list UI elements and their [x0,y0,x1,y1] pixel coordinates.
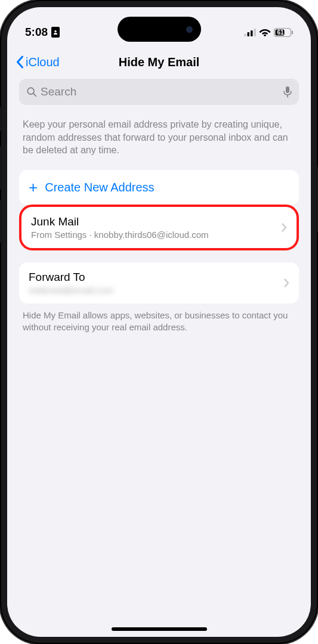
camera-dot [186,26,193,33]
chevron-right-icon [284,278,289,287]
time-text: 5:08 [25,26,48,39]
back-label: iCloud [26,55,60,69]
address-title: Junk Mail [31,215,282,228]
plus-icon: + [29,178,38,197]
chevron-right-icon [282,223,287,232]
forward-subtitle: redacted@email.com [29,285,284,295]
battery-icon: 61 [274,28,293,37]
svg-rect-2 [248,32,250,36]
svg-rect-4 [254,29,257,36]
microphone-icon[interactable] [283,86,292,98]
search-field[interactable] [19,79,299,105]
address-body: Junk Mail From Settings · knobby.thirds0… [31,215,282,240]
address-row[interactable]: Junk Mail From Settings · knobby.thirds0… [21,207,297,248]
screen: 5:08 [7,7,311,637]
forward-body: Forward To redacted@email.com [29,271,284,295]
create-label: Create New Address [45,181,154,194]
phone-frame: 5:08 [0,0,318,644]
back-button[interactable]: iCloud [16,55,60,69]
side-button [0,200,1,243]
wifi-icon [259,28,271,36]
contact-card-icon [51,27,60,38]
status-time: 5:08 [25,26,60,39]
intro-description: Keep your personal email address private… [19,105,299,170]
svg-rect-11 [286,86,289,93]
svg-rect-1 [244,34,246,36]
dynamic-island [118,17,201,42]
create-new-address-button[interactable]: + Create New Address [19,170,299,205]
home-indicator[interactable] [112,627,207,631]
address-subtitle: From Settings · knobby.thirds06@icloud.c… [31,230,282,240]
chevron-left-icon [16,55,24,69]
svg-rect-3 [251,30,253,36]
nav-header: iCloud Hide My Email [7,45,311,79]
footer-description: Hide My Email allows apps, websites, or … [19,304,299,340]
content-area: Keep your personal email address private… [7,79,311,339]
forward-group: Forward To redacted@email.com [19,262,299,304]
svg-rect-8 [292,30,293,34]
status-indicators: 61 [244,28,293,37]
side-button [0,107,1,131]
side-button [0,146,1,189]
battery-text: 61 [277,29,284,36]
forward-to-row[interactable]: Forward To redacted@email.com [19,262,299,304]
svg-point-0 [54,30,57,33]
svg-line-10 [33,94,36,96]
address-row-highlighted: Junk Mail From Settings · knobby.thirds0… [19,205,299,250]
search-icon [26,86,37,97]
page-title: Hide My Email [119,55,200,69]
svg-point-5 [264,34,266,36]
addresses-group: + Create New Address [19,170,299,205]
search-input[interactable] [41,85,280,98]
forward-title: Forward To [29,271,284,284]
cellular-icon [244,29,256,36]
